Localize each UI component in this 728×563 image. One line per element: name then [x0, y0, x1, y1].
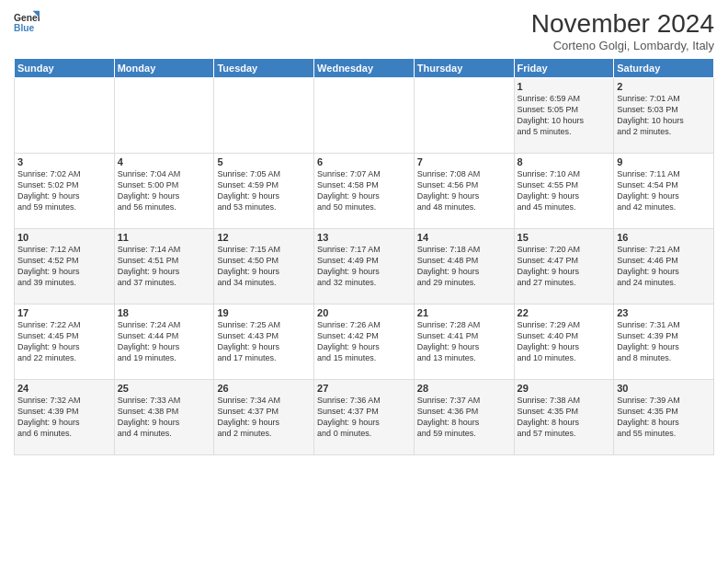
cell-4-1: 25Sunrise: 7:33 AM Sunset: 4:38 PM Dayli… — [114, 380, 214, 455]
location-subtitle: Corteno Golgi, Lombardy, Italy — [531, 39, 714, 52]
col-monday: Monday — [114, 59, 214, 78]
day-info: Sunrise: 7:02 AM Sunset: 5:02 PM Dayligh… — [17, 168, 111, 213]
day-info: Sunrise: 7:18 AM Sunset: 4:48 PM Dayligh… — [417, 244, 511, 289]
day-number: 12 — [217, 232, 311, 243]
day-number: 9 — [617, 156, 711, 167]
day-info: Sunrise: 7:20 AM Sunset: 4:47 PM Dayligh… — [518, 244, 611, 289]
cell-0-0 — [15, 78, 115, 154]
day-number: 15 — [518, 232, 611, 243]
cell-4-3: 27Sunrise: 7:36 AM Sunset: 4:37 PM Dayli… — [314, 380, 415, 455]
cell-3-2: 19Sunrise: 7:25 AM Sunset: 4:43 PM Dayli… — [214, 304, 314, 380]
day-info: Sunrise: 7:22 AM Sunset: 4:45 PM Dayligh… — [17, 319, 111, 364]
day-info: Sunrise: 7:25 AM Sunset: 4:43 PM Dayligh… — [217, 319, 311, 364]
day-number: 29 — [518, 383, 611, 394]
day-info: Sunrise: 7:21 AM Sunset: 4:46 PM Dayligh… — [617, 244, 711, 289]
day-info: Sunrise: 7:05 AM Sunset: 4:59 PM Dayligh… — [217, 168, 311, 213]
week-row-0: 1Sunrise: 6:59 AM Sunset: 5:05 PM Daylig… — [15, 78, 714, 154]
day-info: Sunrise: 7:29 AM Sunset: 4:40 PM Dayligh… — [518, 319, 611, 364]
cell-3-3: 20Sunrise: 7:26 AM Sunset: 4:42 PM Dayli… — [314, 304, 415, 380]
day-info: Sunrise: 7:07 AM Sunset: 4:58 PM Dayligh… — [317, 168, 411, 213]
day-info: Sunrise: 7:32 AM Sunset: 4:39 PM Dayligh… — [17, 395, 111, 440]
calendar-body: 1Sunrise: 6:59 AM Sunset: 5:05 PM Daylig… — [15, 78, 714, 455]
cell-1-3: 6Sunrise: 7:07 AM Sunset: 4:58 PM Daylig… — [314, 154, 415, 229]
cell-1-6: 9Sunrise: 7:11 AM Sunset: 4:54 PM Daylig… — [614, 154, 714, 229]
cell-3-6: 23Sunrise: 7:31 AM Sunset: 4:39 PM Dayli… — [614, 304, 714, 380]
day-info: Sunrise: 7:01 AM Sunset: 5:03 PM Dayligh… — [617, 93, 711, 138]
logo: General Blue — [14, 9, 40, 35]
day-info: Sunrise: 7:12 AM Sunset: 4:52 PM Dayligh… — [17, 244, 111, 289]
day-info: Sunrise: 7:34 AM Sunset: 4:37 PM Dayligh… — [217, 395, 311, 440]
col-tuesday: Tuesday — [214, 59, 314, 78]
day-info: Sunrise: 7:38 AM Sunset: 4:35 PM Dayligh… — [518, 395, 611, 440]
cell-2-4: 14Sunrise: 7:18 AM Sunset: 4:48 PM Dayli… — [414, 229, 514, 304]
day-info: Sunrise: 7:15 AM Sunset: 4:50 PM Dayligh… — [217, 244, 311, 289]
cell-4-2: 26Sunrise: 7:34 AM Sunset: 4:37 PM Dayli… — [214, 380, 314, 455]
day-info: Sunrise: 7:37 AM Sunset: 4:36 PM Dayligh… — [417, 395, 511, 440]
day-info: Sunrise: 7:39 AM Sunset: 4:35 PM Dayligh… — [617, 395, 711, 440]
day-number: 30 — [617, 383, 711, 394]
cell-0-1 — [114, 78, 214, 154]
day-number: 8 — [518, 156, 611, 167]
day-number: 3 — [17, 156, 111, 167]
day-info: Sunrise: 7:04 AM Sunset: 5:00 PM Dayligh… — [118, 168, 211, 213]
day-number: 20 — [317, 307, 411, 318]
cell-0-2 — [214, 78, 314, 154]
cell-1-1: 4Sunrise: 7:04 AM Sunset: 5:00 PM Daylig… — [114, 154, 214, 229]
cell-4-0: 24Sunrise: 7:32 AM Sunset: 4:39 PM Dayli… — [15, 380, 115, 455]
day-number: 22 — [518, 307, 611, 318]
day-number: 10 — [17, 232, 111, 243]
col-friday: Friday — [514, 59, 614, 78]
cell-3-4: 21Sunrise: 7:28 AM Sunset: 4:41 PM Dayli… — [414, 304, 514, 380]
cell-2-2: 12Sunrise: 7:15 AM Sunset: 4:50 PM Dayli… — [214, 229, 314, 304]
day-number: 23 — [617, 307, 711, 318]
cell-2-5: 15Sunrise: 7:20 AM Sunset: 4:47 PM Dayli… — [514, 229, 614, 304]
day-number: 13 — [317, 232, 411, 243]
day-info: Sunrise: 6:59 AM Sunset: 5:05 PM Dayligh… — [518, 93, 611, 138]
day-number: 5 — [217, 156, 311, 167]
week-row-1: 3Sunrise: 7:02 AM Sunset: 5:02 PM Daylig… — [15, 154, 714, 229]
header: General Blue November 2024 Corteno Golgi… — [14, 9, 714, 52]
day-number: 6 — [317, 156, 411, 167]
day-info: Sunrise: 7:24 AM Sunset: 4:44 PM Dayligh… — [118, 319, 211, 364]
cell-2-1: 11Sunrise: 7:14 AM Sunset: 4:51 PM Dayli… — [114, 229, 214, 304]
day-number: 14 — [417, 232, 511, 243]
day-number: 16 — [617, 232, 711, 243]
header-row: Sunday Monday Tuesday Wednesday Thursday… — [15, 59, 714, 78]
day-number: 4 — [118, 156, 211, 167]
day-number: 28 — [417, 383, 511, 394]
week-row-3: 17Sunrise: 7:22 AM Sunset: 4:45 PM Dayli… — [15, 304, 714, 380]
title-block: November 2024 Corteno Golgi, Lombardy, I… — [531, 9, 714, 52]
day-info: Sunrise: 7:36 AM Sunset: 4:37 PM Dayligh… — [317, 395, 411, 440]
col-wednesday: Wednesday — [314, 59, 415, 78]
cell-3-1: 18Sunrise: 7:24 AM Sunset: 4:44 PM Dayli… — [114, 304, 214, 380]
cell-2-6: 16Sunrise: 7:21 AM Sunset: 4:46 PM Dayli… — [614, 229, 714, 304]
calendar-table: Sunday Monday Tuesday Wednesday Thursday… — [14, 58, 714, 455]
cell-0-4 — [414, 78, 514, 154]
day-info: Sunrise: 7:14 AM Sunset: 4:51 PM Dayligh… — [118, 244, 211, 289]
day-info: Sunrise: 7:31 AM Sunset: 4:39 PM Dayligh… — [617, 319, 711, 364]
day-number: 25 — [118, 383, 211, 394]
cell-4-4: 28Sunrise: 7:37 AM Sunset: 4:36 PM Dayli… — [414, 380, 514, 455]
day-info: Sunrise: 7:10 AM Sunset: 4:55 PM Dayligh… — [518, 168, 611, 213]
cell-4-6: 30Sunrise: 7:39 AM Sunset: 4:35 PM Dayli… — [614, 380, 714, 455]
day-info: Sunrise: 7:26 AM Sunset: 4:42 PM Dayligh… — [317, 319, 411, 364]
day-number: 27 — [317, 383, 411, 394]
cell-2-0: 10Sunrise: 7:12 AM Sunset: 4:52 PM Dayli… — [15, 229, 115, 304]
col-saturday: Saturday — [614, 59, 714, 78]
day-info: Sunrise: 7:11 AM Sunset: 4:54 PM Dayligh… — [617, 168, 711, 213]
cell-2-3: 13Sunrise: 7:17 AM Sunset: 4:49 PM Dayli… — [314, 229, 415, 304]
logo-icon: General Blue — [14, 9, 40, 35]
day-info: Sunrise: 7:33 AM Sunset: 4:38 PM Dayligh… — [118, 395, 211, 440]
day-info: Sunrise: 7:08 AM Sunset: 4:56 PM Dayligh… — [417, 168, 511, 213]
day-number: 2 — [617, 81, 711, 92]
week-row-4: 24Sunrise: 7:32 AM Sunset: 4:39 PM Dayli… — [15, 380, 714, 455]
cell-1-5: 8Sunrise: 7:10 AM Sunset: 4:55 PM Daylig… — [514, 154, 614, 229]
cell-1-0: 3Sunrise: 7:02 AM Sunset: 5:02 PM Daylig… — [15, 154, 115, 229]
day-number: 24 — [17, 383, 111, 394]
page-container: General Blue November 2024 Corteno Golgi… — [0, 0, 728, 460]
day-number: 19 — [217, 307, 311, 318]
cell-4-5: 29Sunrise: 7:38 AM Sunset: 4:35 PM Dayli… — [514, 380, 614, 455]
day-info: Sunrise: 7:28 AM Sunset: 4:41 PM Dayligh… — [417, 319, 511, 364]
week-row-2: 10Sunrise: 7:12 AM Sunset: 4:52 PM Dayli… — [15, 229, 714, 304]
svg-text:Blue: Blue — [14, 23, 35, 33]
